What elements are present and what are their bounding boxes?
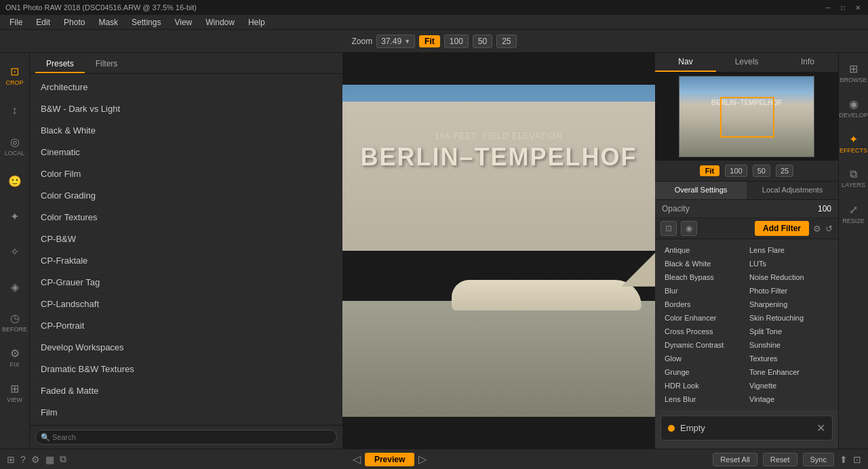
menu-edit[interactable]: Edit bbox=[29, 16, 57, 28]
preset-cp-landschaft[interactable]: CP-Landschaft bbox=[30, 293, 342, 315]
zoom-dropdown-icon[interactable]: ▼ bbox=[404, 38, 410, 45]
filter-bleach-bypass[interactable]: Bleach Bypass bbox=[662, 270, 747, 284]
left-icon-detail[interactable]: ◈ bbox=[3, 270, 27, 304]
next-arrow[interactable]: ▷ bbox=[418, 453, 427, 466]
zoom-50-button[interactable]: 50 bbox=[473, 35, 492, 48]
right-icon-develop[interactable]: ◉ DEVELOP bbox=[842, 91, 866, 125]
left-icon-transform[interactable]: ↕ bbox=[3, 94, 27, 127]
export-icon[interactable]: ⬆ bbox=[840, 454, 848, 465]
nav-viewport-box[interactable] bbox=[720, 97, 774, 138]
nav-zoom-50[interactable]: 50 bbox=[753, 165, 770, 177]
right-icon-layers[interactable]: ⧉ LAYERS bbox=[842, 161, 866, 195]
filter-borders[interactable]: Borders bbox=[662, 298, 747, 311]
preset-film[interactable]: Film bbox=[30, 402, 342, 424]
filter-noise-reduction[interactable]: Noise Reduction bbox=[747, 270, 831, 284]
status-help-icon[interactable]: ? bbox=[20, 454, 26, 465]
tab-overall-settings[interactable]: Overall Settings bbox=[655, 182, 747, 199]
preset-color-film[interactable]: Color Film bbox=[30, 163, 342, 185]
status-film-strip-icon[interactable]: ▦ bbox=[45, 454, 54, 465]
filter-settings-icon[interactable]: ⚙ bbox=[813, 224, 821, 234]
right-icon-effects[interactable]: ✦ EFFECTS bbox=[842, 126, 866, 160]
preset-develop-workspaces[interactable]: Develop Workspaces bbox=[30, 337, 342, 359]
tab-local-adjustments[interactable]: Local Adjustments bbox=[747, 182, 838, 199]
left-icon-retouch[interactable]: ✦ bbox=[3, 199, 27, 233]
menu-settings[interactable]: Settings bbox=[125, 16, 167, 28]
preview-button[interactable]: Preview bbox=[365, 453, 414, 466]
left-icon-effects2[interactable]: ✧ bbox=[3, 234, 27, 268]
filter-lens-blur[interactable]: Lens Blur bbox=[662, 392, 747, 406]
status-view-icon[interactable]: ⧉ bbox=[60, 453, 66, 465]
filter-dynamic-contrast[interactable]: Dynamic Contrast bbox=[662, 338, 747, 352]
filter-reset-icon[interactable]: ↺ bbox=[825, 224, 833, 234]
filter-icon-camera[interactable]: ◉ bbox=[681, 221, 697, 236]
tab-presets[interactable]: Presets bbox=[35, 56, 85, 73]
filter-skin-retouching[interactable]: Skin Retouching bbox=[747, 311, 831, 325]
right-icon-resize[interactable]: ⤢ RESIZE bbox=[842, 197, 866, 230]
zoom-fit-button[interactable]: Fit bbox=[419, 35, 440, 47]
filter-textures[interactable]: Textures bbox=[747, 352, 831, 365]
filter-cross-process[interactable]: Cross Process bbox=[662, 325, 747, 338]
preset-cp-fraktale[interactable]: CP-Fraktale bbox=[30, 250, 342, 272]
status-settings-icon[interactable]: ⚙ bbox=[31, 454, 40, 465]
preset-cp-grauer-tag[interactable]: CP-Grauer Tag bbox=[30, 272, 342, 293]
preset-color-grading[interactable]: Color Grading bbox=[30, 185, 342, 207]
preset-cinematic[interactable]: Cinematic bbox=[30, 142, 342, 163]
empty-filter-close[interactable]: ✕ bbox=[816, 422, 825, 434]
preset-cp-portrait[interactable]: CP-Portrait bbox=[30, 315, 342, 337]
add-filter-button[interactable]: Add Filter bbox=[755, 221, 809, 236]
zoom-100-button[interactable]: 100 bbox=[444, 35, 469, 48]
prev-arrow[interactable]: ◁ bbox=[353, 453, 361, 466]
search-input[interactable] bbox=[35, 430, 337, 445]
nav-zoom-25[interactable]: 25 bbox=[776, 165, 793, 177]
preset-dramatic-bw-textures[interactable]: Dramatic B&W Textures bbox=[30, 359, 342, 380]
tab-filters[interactable]: Filters bbox=[85, 56, 129, 73]
menu-window[interactable]: Window bbox=[199, 16, 241, 28]
filter-black-white[interactable]: Black & White bbox=[662, 257, 747, 270]
left-icon-local[interactable]: ◎ LOCAL bbox=[3, 129, 27, 163]
preset-faded-matte[interactable]: Faded & Matte bbox=[30, 380, 342, 402]
filter-lens-flare[interactable]: Lens Flare bbox=[747, 243, 831, 257]
tab-info[interactable]: Info bbox=[777, 53, 838, 72]
preset-cp-bw[interactable]: CP-B&W bbox=[30, 228, 342, 250]
menu-help[interactable]: Help bbox=[241, 16, 272, 28]
filter-vintage[interactable]: Vintage bbox=[747, 392, 831, 406]
nav-zoom-fit[interactable]: Fit bbox=[700, 165, 719, 176]
tab-nav[interactable]: Nav bbox=[655, 53, 716, 72]
filter-grunge[interactable]: Grunge bbox=[662, 365, 747, 379]
menu-photo[interactable]: Photo bbox=[57, 16, 92, 28]
filter-luts[interactable]: LUTs bbox=[747, 257, 831, 270]
filter-antique[interactable]: Antique bbox=[662, 243, 747, 257]
left-icon-fix[interactable]: ⚙ FIX bbox=[3, 340, 27, 374]
minimize-button[interactable]: ─ bbox=[823, 3, 833, 12]
filter-split-tone[interactable]: Split Tone bbox=[747, 325, 831, 338]
close-button[interactable]: ✕ bbox=[853, 3, 863, 12]
preset-black-white[interactable]: Black & White bbox=[30, 120, 342, 142]
filter-photo-filter[interactable]: Photo Filter bbox=[747, 284, 831, 298]
tab-levels[interactable]: Levels bbox=[716, 53, 777, 72]
menu-mask[interactable]: Mask bbox=[92, 16, 125, 28]
filter-tone-enhancer[interactable]: Tone Enhancer bbox=[747, 365, 831, 379]
reset-all-button[interactable]: Reset All bbox=[713, 453, 757, 466]
filter-hdr-look[interactable]: HDR Look bbox=[662, 379, 747, 392]
filter-vignette[interactable]: Vignette bbox=[747, 379, 831, 392]
nav-zoom-100[interactable]: 100 bbox=[725, 165, 747, 177]
menu-file[interactable]: File bbox=[3, 16, 29, 28]
preset-architecture[interactable]: Architecture bbox=[30, 77, 342, 98]
filter-sharpening[interactable]: Sharpening bbox=[747, 298, 831, 311]
menu-view[interactable]: View bbox=[167, 16, 199, 28]
reset-button[interactable]: Reset bbox=[763, 453, 797, 466]
left-icon-before[interactable]: ◷ BEFORE bbox=[3, 305, 27, 339]
status-grid-icon[interactable]: ⊞ bbox=[7, 454, 15, 465]
preset-color-textures[interactable]: Color Textures bbox=[30, 207, 342, 228]
layout-icon[interactable]: ⊡ bbox=[853, 454, 861, 465]
left-icon-portrait[interactable]: 🙂 bbox=[3, 164, 27, 198]
preset-bw-dark-vs-light[interactable]: B&W - Dark vs Light bbox=[30, 98, 342, 120]
filter-icon-mask[interactable]: ⊡ bbox=[660, 221, 677, 236]
filter-glow[interactable]: Glow bbox=[662, 352, 747, 365]
sync-button[interactable]: Sync bbox=[803, 453, 834, 466]
left-icon-crop[interactable]: ⊡ CROP bbox=[3, 58, 27, 92]
filter-blur[interactable]: Blur bbox=[662, 284, 747, 298]
filter-color-enhancer[interactable]: Color Enhancer bbox=[662, 311, 747, 325]
zoom-25-button[interactable]: 25 bbox=[496, 35, 516, 48]
right-icon-browse[interactable]: ⊞ BROWSE bbox=[842, 56, 866, 89]
